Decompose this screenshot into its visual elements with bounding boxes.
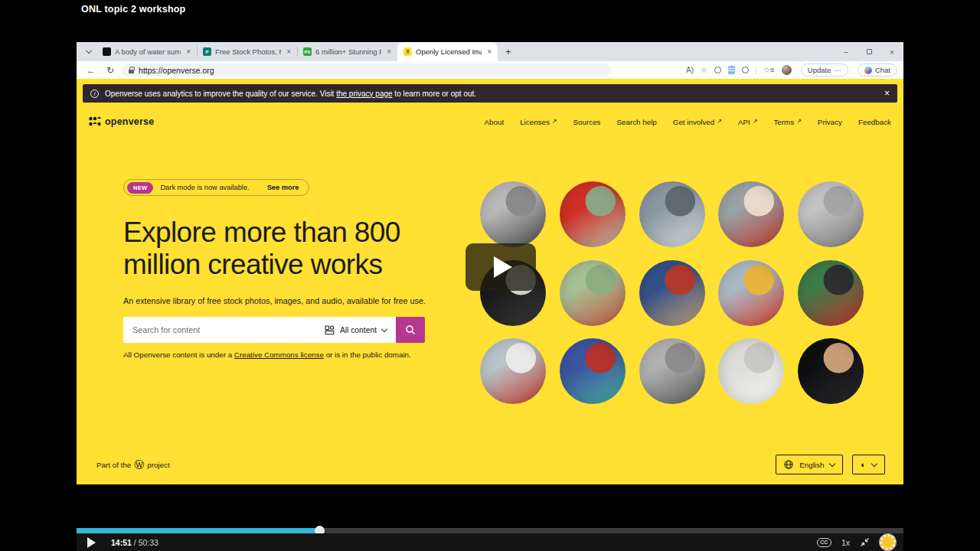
ellipsis-icon: ⋯ (834, 66, 841, 74)
progress-fill (77, 528, 320, 533)
gymnast-hands-on-bar-photo[interactable] (639, 181, 705, 247)
tab[interactable]: A body of water surrounded by tre× (96, 42, 197, 61)
theme-dropdown[interactable]: ◐ (852, 455, 885, 474)
update-button[interactable]: Update ⋯ (801, 64, 848, 77)
new-tab-button[interactable]: + (498, 42, 519, 61)
page-title: Explore more than 800 million creative w… (123, 217, 452, 281)
nav-item-search-help[interactable]: Search help (617, 118, 657, 126)
search-button[interactable] (396, 317, 425, 343)
long-jumper-action-photo[interactable] (560, 338, 626, 404)
nav-item-feedback[interactable]: Feedback (858, 118, 891, 126)
recording-logo-icon[interactable] (880, 534, 896, 550)
nav-item-sources[interactable]: Sources (573, 118, 601, 126)
diver-black-background-photo[interactable] (798, 338, 864, 404)
address-bar: ← ↻ https://openverse.org A)☆☆≡ Update ⋯… (77, 61, 903, 79)
copilot-icon (864, 67, 872, 74)
openverse-logo[interactable]: openverse (89, 116, 154, 127)
creative-commons-link[interactable]: Creative Commons license (234, 350, 324, 359)
nav-item-about[interactable]: About (485, 118, 505, 126)
video-player-stage: ONL topic 2 workshop A body of water sur… (0, 0, 980, 551)
part-of-text: Part of the (96, 461, 131, 469)
banner-close-icon[interactable]: × (884, 88, 890, 99)
language-dropdown[interactable]: English (776, 455, 843, 474)
favorites-star-icon[interactable]: ☆ (701, 66, 707, 74)
heading-line-2: million creative works (123, 249, 382, 280)
video-progress-bar[interactable] (77, 528, 903, 533)
playback-speed-button[interactable]: 1x (841, 538, 850, 547)
wrestler-portrait-green-photo[interactable] (798, 260, 864, 326)
chevron-down-icon (381, 325, 387, 331)
video-title: ONL topic 2 workshop (81, 4, 185, 15)
tab-label: A body of water surrounded by tre (115, 47, 181, 56)
red-shirt-athlete-photo[interactable] (560, 181, 626, 247)
toolbar-icons: A)☆☆≡ (686, 65, 792, 75)
tab[interactable]: PFree Stock Photos, Royalty Free St× (197, 42, 297, 61)
external-link-icon: ↗ (552, 119, 557, 125)
vintage-women-team-bw-photo[interactable] (639, 338, 705, 404)
tab-active[interactable]: ⠿Openly Licensed Images, Audio an× (397, 42, 498, 61)
track-cyclist-red-jersey-photo[interactable] (480, 338, 546, 404)
openverse-logo-text: openverse (105, 116, 154, 127)
nav-item-label: Privacy (818, 118, 842, 126)
nav-item-label: Sources (573, 118, 601, 126)
athletics-poster-painting[interactable] (639, 260, 705, 326)
maximize-button[interactable] (858, 42, 880, 61)
close-window-button[interactable]: × (880, 42, 903, 61)
read-aloud-icon[interactable]: A) (686, 66, 694, 74)
tab-close-icon[interactable]: × (485, 47, 493, 56)
privacy-page-link[interactable]: the privacy page (336, 90, 392, 98)
medal-relief-sculpture-photo[interactable] (798, 181, 864, 247)
nav-item-label: Licenses (520, 118, 550, 126)
refresh-icon[interactable]: ↻ (103, 65, 118, 76)
url-field[interactable]: https://openverse.org (121, 64, 611, 77)
pixabay-favicon: PX (303, 47, 312, 56)
play-overlay-button[interactable] (466, 243, 536, 291)
fencing-mask-white-photo[interactable] (718, 338, 784, 404)
tab-close-icon[interactable]: × (185, 47, 192, 56)
tab-label: Openly Licensed Images, Audio an (416, 47, 482, 56)
captions-button[interactable]: CC (817, 538, 831, 547)
search-input[interactable] (123, 317, 322, 343)
toolbar-divider (756, 65, 756, 75)
window-controls: − × (835, 42, 903, 61)
collections-icon[interactable] (742, 67, 749, 73)
unsplash-favicon (103, 47, 111, 56)
gymnast-red-yellow-photo[interactable] (718, 260, 784, 326)
chat-button[interactable]: Chat (858, 64, 897, 77)
play-button[interactable] (87, 537, 96, 548)
info-icon: i (90, 90, 99, 98)
weightlifter-red-singlet-photo[interactable] (718, 181, 784, 247)
footer-controls: English ◐ (776, 455, 885, 474)
profile-avatar[interactable] (782, 65, 792, 75)
tab-close-icon[interactable]: × (385, 47, 393, 56)
nav-item-terms[interactable]: Terms↗ (773, 118, 801, 126)
nav-item-api[interactable]: API↗ (738, 118, 758, 126)
tracking-prevention-icon[interactable] (714, 67, 721, 73)
external-link-icon: ↗ (717, 119, 722, 125)
update-label: Update (808, 66, 831, 74)
back-icon[interactable]: ← (83, 65, 100, 76)
tab-close-icon[interactable]: × (285, 47, 292, 56)
nav-item-licenses[interactable]: Licenses↗ (520, 118, 557, 126)
current-time: 14:51 (111, 538, 132, 547)
tab-label: Free Stock Photos, Royalty Free St (215, 47, 281, 56)
maximize-icon (867, 49, 872, 54)
reading-list-icon[interactable] (728, 66, 735, 74)
tab[interactable]: PX6 million+ Stunning Free Images t× (297, 42, 397, 61)
dark-mode-announcement[interactable]: NEW Dark mode is now available. See more (123, 179, 309, 196)
tab-strip: A body of water surrounded by tre×PFree … (77, 42, 903, 61)
nav-item-get-involved[interactable]: Get involved↗ (673, 118, 722, 126)
banner-text: Openverse uses analytics to improve the … (105, 90, 476, 98)
content-type-dropdown[interactable]: All content (322, 317, 396, 343)
nav-item-privacy[interactable]: Privacy (818, 118, 842, 126)
exit-fullscreen-icon[interactable] (860, 537, 870, 547)
see-more-link[interactable]: See more (267, 184, 299, 191)
bw-athlete-portrait-photo[interactable] (480, 181, 546, 247)
favorites-bar-icon[interactable]: ☆≡ (763, 66, 775, 74)
fencer-green-background-photo[interactable] (560, 260, 626, 326)
content-type-label: All content (340, 326, 377, 334)
nav-item-label: Feedback (858, 118, 891, 126)
wordpress-icon[interactable]: Ⓦ (134, 460, 144, 470)
tab-search-chevron-icon[interactable] (81, 42, 96, 61)
minimize-button[interactable]: − (835, 42, 858, 61)
